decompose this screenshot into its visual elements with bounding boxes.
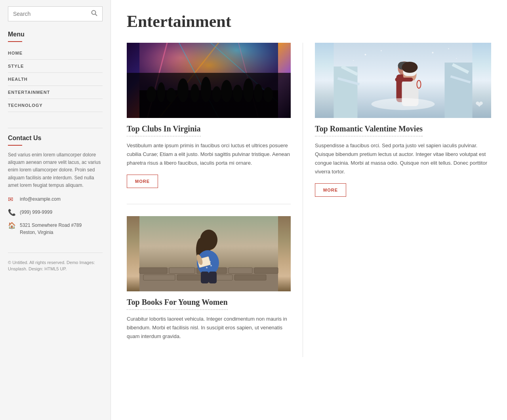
svg-rect-49 — [209, 272, 217, 283]
article-excerpt-valentine: Suspendisse a faucibus orci. Sed porta j… — [315, 141, 491, 176]
article-divider — [127, 204, 291, 204]
article-card-clubs: Top Clubs In Virginia Vestibulum ante ip… — [127, 43, 291, 188]
svg-rect-25 — [182, 82, 183, 89]
svg-point-23 — [263, 87, 273, 102]
articles-left-column: Top Clubs In Virginia Vestibulum ante ip… — [127, 43, 303, 357]
articles-right-column: Top Romantic Valentine Movies Suspendiss… — [315, 43, 491, 357]
article-image-clubs — [127, 43, 291, 118]
svg-point-74 — [353, 60, 354, 61]
article-title-valentine[interactable]: Top Romantic Valentine Movies — [315, 124, 423, 137]
svg-rect-35 — [177, 275, 205, 280]
svg-rect-32 — [229, 268, 252, 274]
article-excerpt-clubs: Vestibulum ante ipsum primis in faucibus… — [127, 141, 291, 167]
svg-point-18 — [212, 86, 221, 102]
svg-rect-30 — [169, 268, 195, 274]
svg-point-16 — [191, 84, 199, 102]
svg-rect-33 — [254, 268, 278, 274]
svg-point-73 — [448, 48, 449, 49]
nav-item-entertainment[interactable]: ENTERTAINMENT — [8, 86, 103, 99]
menu-section: Menu HOME STYLE HEALTH ENTERTAINMENT TEC… — [8, 31, 103, 112]
svg-point-69 — [372, 98, 435, 110]
contact-phone-item: 📞 (999) 999-9999 — [8, 209, 103, 216]
svg-point-14 — [166, 88, 176, 102]
email-icon: ✉ — [8, 196, 16, 203]
svg-point-66 — [402, 62, 418, 73]
svg-rect-11 — [139, 90, 278, 118]
svg-rect-34 — [143, 275, 175, 280]
nav-item-style[interactable]: STYLE — [8, 60, 103, 73]
article-excerpt-books: Curabitur lobortis laoreet vehicula. Int… — [127, 315, 291, 341]
articles-grid: Top Clubs In Virginia Vestibulum ante ip… — [127, 43, 491, 357]
phone-icon: 📞 — [8, 209, 16, 216]
svg-point-47 — [206, 267, 208, 268]
svg-rect-5 — [139, 43, 278, 118]
article-image-valentine — [315, 43, 491, 118]
main-content: Entertainment — [111, 0, 507, 420]
footer-text: © Untitled. All rights reserved. Demo Im… — [8, 259, 103, 272]
contact-underline — [8, 145, 22, 146]
contact-address-item: 🏠 5321 Somewhere Road #789 Reston, Virgi… — [8, 222, 103, 236]
svg-rect-37 — [234, 275, 266, 280]
page-title: Entertainment — [127, 12, 491, 31]
svg-rect-67 — [395, 78, 413, 82]
menu-title: Menu — [8, 31, 103, 38]
contact-phone: (999) 999-9999 — [20, 209, 52, 216]
article-card-books: Top Books For Young Women Curabitur lobo… — [127, 216, 291, 341]
contact-title: Contact Us — [8, 135, 103, 142]
nav-item-technology[interactable]: TECHNOLOGY — [8, 99, 103, 112]
sidebar-divider — [8, 128, 103, 128]
search-wrapper — [8, 6, 103, 21]
svg-point-17 — [201, 77, 211, 102]
article-image-books — [127, 216, 291, 291]
svg-rect-24 — [205, 80, 206, 88]
more-button-valentine[interactable]: MORE — [315, 183, 346, 197]
contact-description: Sed varius enim lorem ullamcorper dolore… — [8, 151, 103, 189]
svg-point-19 — [221, 80, 232, 102]
svg-point-13 — [157, 82, 165, 102]
home-icon: 🏠 — [8, 222, 16, 229]
svg-rect-48 — [201, 272, 209, 283]
sidebar: Menu HOME STYLE HEALTH ENTERTAINMENT TEC… — [0, 0, 111, 420]
contact-address: 5321 Somewhere Road #789 Reston, Virgini… — [20, 222, 82, 236]
svg-point-21 — [243, 78, 254, 102]
svg-point-75 — [456, 58, 457, 59]
contact-email: info@example.com — [20, 196, 61, 203]
svg-point-22 — [254, 84, 263, 102]
svg-point-15 — [177, 78, 189, 102]
contact-section: Contact Us Sed varius enim lorem ullamco… — [8, 135, 103, 241]
svg-point-71 — [381, 50, 382, 51]
svg-point-70 — [365, 54, 366, 55]
svg-point-72 — [432, 52, 434, 53]
article-title-books[interactable]: Top Books For Young Women — [127, 298, 228, 310]
svg-rect-29 — [139, 268, 167, 274]
svg-point-12 — [147, 86, 156, 102]
svg-line-1 — [95, 14, 97, 16]
menu-underline — [8, 41, 22, 42]
article-card-valentine: Top Romantic Valentine Movies Suspendiss… — [315, 43, 491, 197]
svg-point-68 — [417, 80, 421, 88]
svg-point-0 — [92, 11, 96, 15]
more-button-clubs[interactable]: MORE — [127, 175, 158, 188]
sidebar-bottom-divider — [8, 253, 103, 253]
search-input[interactable] — [13, 11, 91, 17]
svg-point-20 — [233, 85, 242, 102]
svg-point-46 — [210, 265, 212, 266]
search-button[interactable] — [91, 10, 97, 18]
nav-item-home[interactable]: HOME — [8, 47, 103, 60]
svg-rect-26 — [226, 82, 227, 89]
contact-email-item: ✉ info@example.com — [8, 196, 103, 203]
nav-list: HOME STYLE HEALTH ENTERTAINMENT TECHNOLO… — [8, 47, 103, 112]
article-title-clubs[interactable]: Top Clubs In Virginia — [127, 124, 201, 137]
nav-item-health[interactable]: HEALTH — [8, 73, 103, 86]
